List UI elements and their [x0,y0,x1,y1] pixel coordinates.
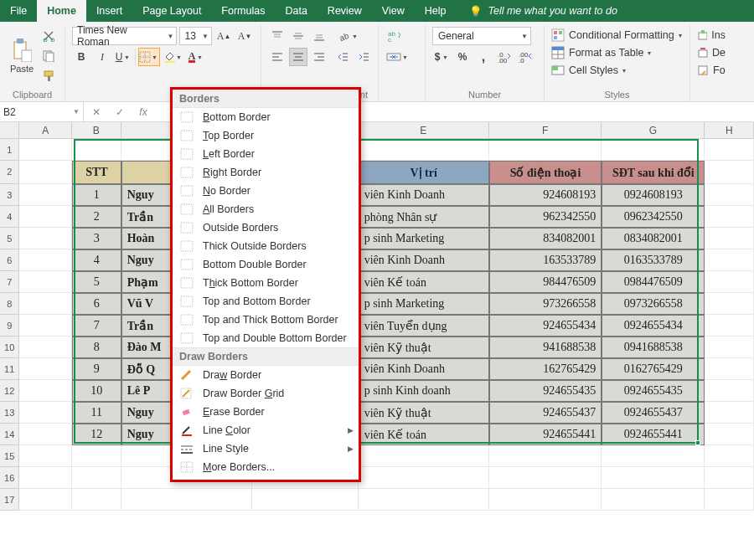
font-color-button[interactable]: A ▼ [187,48,205,66]
tab-help[interactable]: Help [415,0,457,22]
border-option[interactable]: More Borders... [173,458,359,476]
border-option[interactable]: Erase Border [173,403,359,421]
cell[interactable] [705,139,754,161]
cell[interactable] [489,489,602,511]
cell[interactable] [19,358,72,380]
cell[interactable]: 924655434 [489,315,602,337]
align-right-button[interactable] [310,48,328,66]
cell[interactable] [602,489,705,511]
col-G[interactable]: G [602,122,705,138]
row-header[interactable]: 8 [0,293,19,315]
font-name[interactable]: Times New Roman▼ [72,27,177,45]
cell[interactable]: 10 [72,380,121,402]
cell[interactable] [359,139,489,161]
cell[interactable]: 924655435 [489,380,602,402]
row-header[interactable]: 13 [0,402,19,424]
border-option[interactable]: Line Style▶ [173,439,359,458]
row-header[interactable]: 1 [0,139,19,161]
cell[interactable]: 2 [72,206,121,228]
cell[interactable] [19,445,72,467]
cell[interactable]: Vị trí [359,161,489,184]
row-header[interactable]: 12 [0,380,19,402]
cell[interactable]: 984476509 [489,271,602,293]
align-bottom-button[interactable] [310,27,328,45]
cell[interactable]: viên Kinh Doanh [359,358,489,380]
decrease-font-button[interactable]: A▼ [235,27,254,45]
cell[interactable] [19,206,72,228]
col-E[interactable]: E [359,122,489,138]
bold-button[interactable]: B [72,48,90,66]
row-header[interactable]: 16 [0,467,19,489]
cell[interactable] [705,184,754,206]
align-center-button[interactable] [289,48,307,66]
row-header[interactable]: 11 [0,358,19,380]
cell[interactable] [705,424,754,445]
border-option[interactable]: Thick Outside Borders [173,237,359,255]
cell[interactable] [705,293,754,315]
format-painter-button[interactable] [39,67,58,85]
cell[interactable] [705,358,754,380]
cell[interactable]: p sinh Kinh doanh [359,380,489,402]
cell[interactable] [72,467,121,489]
row-header[interactable]: 4 [0,206,19,228]
border-option[interactable]: Top and Double Bottom Border [173,329,359,347]
cell[interactable]: p sinh Marketing [359,293,489,315]
percent-button[interactable]: % [453,48,472,66]
tab-home[interactable]: Home [37,0,86,22]
cell[interactable]: 924608193 [489,184,602,206]
cell[interactable] [705,337,754,358]
cell[interactable]: 8 [72,337,121,358]
cell[interactable] [489,445,602,467]
border-option[interactable]: Left Border [173,145,359,163]
cell[interactable] [19,424,72,445]
borders-button[interactable]: ▼ [138,48,160,66]
border-option[interactable]: Bottom Border [173,108,359,126]
copy-button[interactable] [39,47,58,65]
cell[interactable] [705,402,754,424]
cell[interactable]: 0162765429 [602,358,705,380]
cell[interactable] [19,249,72,271]
cell[interactable] [705,271,754,293]
cell[interactable]: viên Kế toán [359,271,489,293]
cell[interactable] [19,228,72,249]
row-header[interactable]: 9 [0,315,19,337]
cell[interactable] [359,467,489,489]
merge-center-button[interactable]: ▼ [385,48,411,66]
cell[interactable]: 0924655441 [602,424,705,445]
col-B[interactable]: B [72,122,121,138]
align-left-button[interactable] [268,48,287,66]
cell[interactable]: 5 [72,271,121,293]
decrease-indent-button[interactable] [333,48,352,66]
name-box[interactable]: B2▼ [0,102,84,121]
border-option[interactable]: Outside Borders [173,218,359,237]
cell[interactable]: 962342550 [489,206,602,228]
cell[interactable]: 11 [72,402,121,424]
cell[interactable]: viên Kỹ thuật [359,402,489,424]
row-header[interactable]: 17 [0,489,19,511]
font-size[interactable]: 13▼ [179,27,212,45]
row-header[interactable]: 5 [0,228,19,249]
cell[interactable]: 4 [72,249,121,271]
cell[interactable] [19,337,72,358]
cell[interactable]: viên Kinh Doanh [359,249,489,271]
border-option[interactable]: Top and Bottom Border [173,292,359,311]
format-cells-button[interactable]: Fo [697,62,726,79]
cell[interactable] [72,139,121,161]
worksheet-grid[interactable]: A B C D E F G H 12STTVị tríSố điện thoại… [0,122,754,511]
col-F[interactable]: F [489,122,602,138]
cell[interactable]: 1 [72,184,121,206]
cell[interactable]: phòng Nhân sự [359,206,489,228]
cell[interactable]: 3 [72,228,121,249]
select-all-corner[interactable] [0,122,19,138]
cell[interactable] [705,380,754,402]
cell-styles-button[interactable]: Cell Styles▾ [551,62,683,79]
tab-data[interactable]: Data [275,0,317,22]
cell[interactable] [19,380,72,402]
cell[interactable] [705,249,754,271]
cell[interactable] [602,445,705,467]
border-option[interactable]: Draw Border [173,366,359,384]
cell[interactable] [705,161,754,184]
border-option[interactable]: No Border [173,182,359,200]
align-middle-button[interactable] [289,27,307,45]
col-A[interactable]: A [19,122,71,138]
